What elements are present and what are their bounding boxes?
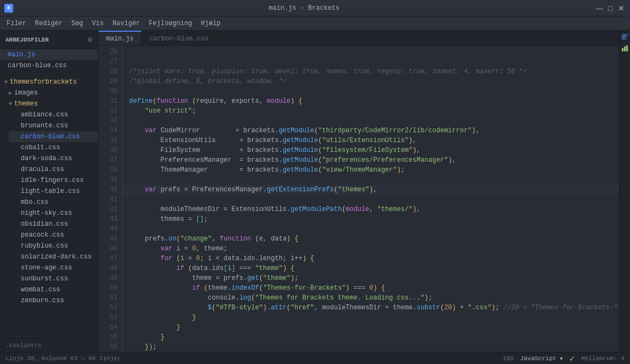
cursor-position: Linje 38, kolonne 63 — 80 linjer (5, 355, 121, 362)
folder-images-label: images (14, 89, 38, 97)
svg-rect-7 (626, 45, 628, 51)
sidebar-title: Arbejdsfiler (5, 37, 49, 43)
theme-carbon-blue[interactable]: carbon-blue.css (9, 131, 98, 142)
svg-rect-3 (622, 38, 625, 38)
minimize-button[interactable]: — (595, 4, 604, 13)
menu-hjaelp[interactable]: Hjælp (196, 18, 225, 29)
position-text: Linje 38, kolonne 63 (5, 355, 78, 362)
theme-zenburn[interactable]: zenburn.css (9, 295, 98, 306)
theme-stone-age[interactable]: stone-age.css (9, 262, 98, 273)
tab-carbon-blue[interactable]: carbon-blue.css (142, 32, 217, 45)
svg-rect-0 (622, 34, 628, 35)
theme-rubyblue[interactable]: rubyblue.css (9, 240, 98, 251)
theme-idle-fingers[interactable]: idle-fingers.css (9, 175, 98, 186)
statusbar: Linje 38, kolonne 63 — 80 linjer INS Jav… (0, 352, 630, 364)
window-title: main.js - Brackets (13, 4, 595, 12)
gear-icon[interactable]: ⚙ (88, 35, 92, 44)
theme-cobalt[interactable]: cobalt.css (9, 142, 98, 153)
theme-brunante[interactable]: brunante.css (9, 120, 98, 131)
file-tree: main.js carbon-blue.css ▼ themesforbrack… (0, 49, 98, 338)
titlebar: B main.js - Brackets — □ ✕ (0, 0, 630, 16)
chevron-down-icon: ▼ (4, 79, 8, 85)
sidebar-bottom: .csslintrc (0, 338, 98, 352)
tree-folder-images[interactable]: ▶ images (4, 87, 98, 98)
theme-sunburst[interactable]: sunburst.css (9, 273, 98, 284)
themes-children: ambiance.css brunante.css carbon-blue.cs… (4, 109, 98, 306)
theme-dracula[interactable]: dracula.css (9, 164, 98, 175)
line-numbers: 2627282930 3132333435 3637383940 4142434… (98, 46, 122, 352)
code-editor: 2627282930 3132333435 3637383940 4142434… (98, 46, 619, 352)
minimap-button[interactable] (621, 33, 629, 42)
maximize-button[interactable]: □ (606, 4, 615, 13)
bottom-file-csslintrc[interactable]: .csslintrc (5, 341, 92, 350)
svg-rect-1 (622, 36, 626, 36)
theme-wombat[interactable]: wombat.css (9, 284, 98, 295)
menu-naviger[interactable]: Navigér (108, 18, 144, 29)
language-selector[interactable]: JavaScript ▼ (520, 355, 563, 362)
folder-themes-label: themes (14, 100, 38, 108)
chevron-right-icon: ▶ (9, 90, 12, 96)
theme-light-table[interactable]: light-table.css (9, 186, 98, 197)
menu-fejlsoegning[interactable]: Fejlsøgning (144, 18, 196, 29)
tab-main-js[interactable]: main.js (98, 31, 142, 45)
folder-label: themesforbrackets (10, 78, 77, 86)
tree-folder-themes[interactable]: ▼ themes (4, 98, 98, 109)
svg-rect-4 (622, 39, 627, 39)
indent-setting[interactable]: Mellemrum: 4 (581, 355, 625, 362)
theme-obsidian[interactable]: obsidian.css (9, 219, 98, 230)
status-ok-icon: ✓ (569, 353, 575, 364)
tree-children: ▶ images ▼ themes ambiance.css brunante.… (0, 87, 98, 306)
theme-peacock[interactable]: peacock.css (9, 230, 98, 240)
language-label: JavaScript (520, 355, 556, 362)
svg-rect-5 (622, 48, 623, 51)
menu-vis[interactable]: Vis (88, 18, 108, 29)
sidebar-header: Arbejdsfiler ⚙ (0, 31, 98, 49)
insert-mode: INS (503, 355, 514, 362)
editor-tabs: main.js carbon-blue.css (98, 31, 619, 46)
theme-night-sky[interactable]: night-sky.css (9, 208, 98, 219)
theme-ambiance[interactable]: ambiance.css (9, 109, 98, 120)
open-file-carbon-blue[interactable]: carbon-blue.css (0, 60, 98, 71)
window-controls: — □ ✕ (595, 4, 626, 13)
close-button[interactable]: ✕ (617, 4, 626, 13)
line-count: 80 linjer (89, 355, 121, 362)
menu-rediger[interactable]: Redigér (31, 18, 67, 29)
chevron-down-icon: ▼ (560, 356, 563, 362)
chart-button[interactable] (621, 44, 629, 52)
menubar: Filer Redigér Søg Vis Navigér Fejlsøgnin… (0, 16, 630, 31)
position-separator: — (81, 355, 89, 362)
theme-solarized-dark[interactable]: solarized-dark.css (9, 251, 98, 262)
svg-rect-2 (622, 37, 627, 37)
status-left: Linje 38, kolonne 63 — 80 linjer (5, 355, 121, 362)
menu-sog[interactable]: Søg (67, 18, 88, 29)
app-icon: B (4, 4, 13, 13)
svg-rect-6 (624, 46, 626, 51)
status-right: INS JavaScript ▼ ✓ Mellemrum: 4 (503, 353, 625, 364)
chevron-down-icon-themes: ▼ (9, 101, 12, 107)
main-layout: Arbejdsfiler ⚙ main.js carbon-blue.css ▼… (0, 31, 630, 352)
sidebar: Arbejdsfiler ⚙ main.js carbon-blue.css ▼… (0, 31, 98, 352)
theme-mbo[interactable]: mbo.css (9, 197, 98, 208)
open-file-main-js[interactable]: main.js (0, 49, 98, 60)
menu-filer[interactable]: Filer (2, 18, 31, 29)
code-content[interactable]: /*jslint vars: true, plusplus: true, dev… (122, 46, 619, 352)
right-panel (619, 31, 630, 352)
tree-root-themesforbrackets[interactable]: ▼ themesforbrackets (0, 77, 98, 87)
editor-container: main.js carbon-blue.css 2627282930 31323… (98, 31, 619, 352)
theme-dark-soda[interactable]: dark-soda.css (9, 153, 98, 164)
